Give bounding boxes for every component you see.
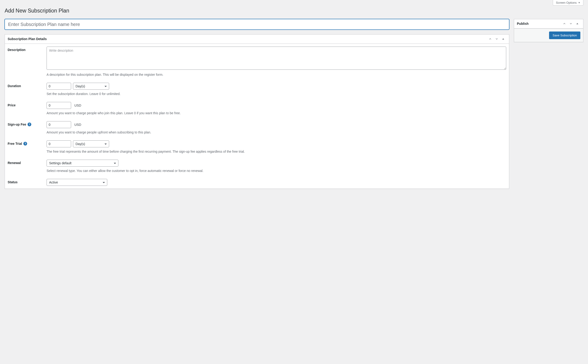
duration-help: Set the subscription duration. Leave 0 f…: [46, 91, 506, 96]
save-subscription-button[interactable]: Save Subscription: [549, 32, 580, 39]
price-input[interactable]: [46, 102, 71, 109]
price-currency: USD: [74, 104, 81, 107]
duration-label: Duration: [8, 83, 46, 88]
status-label: Status: [8, 179, 46, 184]
price-label: Price: [8, 102, 46, 107]
help-icon[interactable]: ?: [23, 142, 27, 145]
description-label: Description: [8, 46, 46, 52]
price-help: Amount you want to charge people who joi…: [46, 111, 506, 116]
free-trial-label: Free Trial ?: [8, 140, 46, 145]
status-select[interactable]: Active: [46, 179, 107, 186]
chevron-up-icon: [489, 37, 492, 40]
move-up-button[interactable]: [487, 36, 493, 42]
signup-fee-help: Amount you want to charge people upfront…: [46, 130, 506, 135]
help-icon[interactable]: ?: [28, 123, 31, 126]
move-up-button[interactable]: [561, 21, 567, 27]
toggle-panel-button[interactable]: [500, 36, 506, 42]
toggle-panel-button[interactable]: [574, 21, 580, 27]
details-panel-title: Subscription Plan Details: [8, 37, 47, 41]
free-trial-help: The free trial represents the amount of …: [46, 149, 506, 154]
renewal-label: Renewal: [8, 160, 46, 165]
chevron-down-icon: [569, 22, 573, 25]
screen-options-label: Screen Options: [556, 1, 577, 4]
description-help: A description for this subscription plan…: [46, 72, 506, 77]
publish-panel-actions: [561, 21, 580, 27]
chevron-down-icon: ▼: [578, 1, 580, 4]
publish-panel-title: Publish: [517, 22, 529, 26]
details-panel-header: Subscription Plan Details: [5, 34, 509, 44]
signup-fee-currency: USD: [74, 123, 81, 126]
triangle-up-icon: [502, 37, 505, 40]
duration-unit-select[interactable]: Day(s): [73, 83, 109, 90]
free-trial-input[interactable]: [46, 140, 71, 147]
move-down-button[interactable]: [568, 21, 574, 27]
renewal-help: Select renewal type. You can either allo…: [46, 169, 506, 173]
chevron-up-icon: [563, 22, 566, 25]
publish-panel-header: Publish: [514, 19, 583, 28]
details-panel: Subscription Plan Details Descript: [5, 34, 509, 189]
publish-panel: Publish Save Subscription: [514, 19, 583, 42]
move-down-button[interactable]: [494, 36, 500, 42]
description-textarea[interactable]: [46, 46, 506, 70]
screen-options-button[interactable]: Screen Options ▼: [553, 0, 583, 6]
chevron-down-icon: [495, 37, 498, 40]
signup-fee-input[interactable]: [46, 121, 71, 128]
signup-fee-label-text: Sign-up Fee: [8, 123, 26, 126]
page-title: Add New Subscription Plan: [5, 7, 583, 14]
triangle-up-icon: [576, 22, 579, 25]
free-trial-unit-select[interactable]: Day(s): [73, 140, 109, 147]
free-trial-label-text: Free Trial: [8, 142, 22, 145]
details-panel-actions: [487, 36, 506, 42]
signup-fee-label: Sign-up Fee ?: [8, 121, 46, 126]
renewal-select[interactable]: Settings default: [46, 160, 118, 167]
plan-name-input[interactable]: [5, 19, 509, 30]
duration-input[interactable]: [46, 83, 71, 90]
